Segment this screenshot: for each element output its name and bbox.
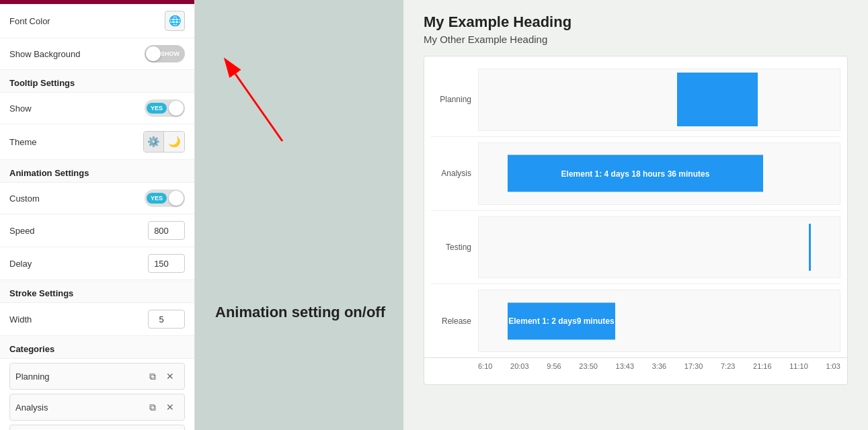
bar-analysis-label: Element 1: 4 days 18 hours 36 minutes <box>561 169 710 178</box>
annotation-text: Animation setting on/off <box>215 303 385 322</box>
stroke-width-input[interactable] <box>148 310 185 329</box>
bar-analysis[interactable]: Element 1: 4 days 18 hours 36 minutes <box>508 155 763 192</box>
annotation-arrow <box>202 54 377 202</box>
font-color-row: Font Color 🌐 <box>0 4 194 38</box>
category-planning-name: Planning <box>15 372 144 382</box>
stroke-width-label: Width <box>9 314 32 325</box>
toggle-circle <box>169 191 184 206</box>
gantt-chart: Planning Analysis Element 1: 4 days 18 h… <box>424 56 848 385</box>
stroke-settings-header: Stroke Settings <box>0 280 194 303</box>
show-background-toggle[interactable]: SHOW <box>145 45 185 62</box>
chart-row-analysis: Analysis Element 1: 4 days 18 hours 36 m… <box>431 137 840 211</box>
tooltip-show-toggle[interactable]: YES <box>145 99 185 117</box>
font-color-globe-button[interactable]: 🌐 <box>165 11 185 31</box>
row-bars-release: Element 1: 2 days9 minutes <box>478 290 840 352</box>
animation-custom-toggle[interactable]: YES <box>145 189 185 207</box>
bar-release[interactable]: Element 1: 2 days9 minutes <box>508 302 615 339</box>
row-bars-analysis: Element 1: 4 days 18 hours 36 minutes <box>478 142 840 205</box>
category-planning-item: Planning ⧉ ✕ <box>9 363 185 390</box>
tooltip-theme-label: Theme <box>9 137 36 147</box>
chart-sub-title: My Other Example Heading <box>424 34 848 45</box>
category-analysis-name: Analysis <box>15 402 144 413</box>
svg-line-1 <box>235 74 282 141</box>
animation-delay-label: Delay <box>9 259 32 269</box>
animation-settings-header: Animation Settings <box>0 160 194 183</box>
theme-dark-button[interactable]: 🌙 <box>164 132 184 152</box>
toggle-yes-label: YES <box>147 103 167 114</box>
toggle-circle <box>146 46 161 61</box>
toggle-show-label: SHOW <box>161 50 180 57</box>
animation-speed-input[interactable] <box>148 221 185 240</box>
tooltip-settings-header: Tooltip Settings <box>0 70 194 93</box>
category-analysis-copy-button[interactable]: ⧉ <box>144 398 161 416</box>
toggle-circle <box>169 101 184 116</box>
chart-row-planning: Planning <box>431 63 840 137</box>
xaxis-label: 6:10 <box>478 362 492 370</box>
bar-testing[interactable] <box>809 224 811 271</box>
animation-delay-input[interactable] <box>148 254 185 273</box>
chart-xaxis: 6:10 20:03 9:56 23:50 13:43 3:36 17:30 7… <box>424 357 847 374</box>
xaxis-label: 20:03 <box>510 362 529 370</box>
tooltip-show-row: Show YES <box>0 93 194 124</box>
category-analysis-delete-button[interactable]: ✕ <box>161 398 179 416</box>
xaxis-label: 9:56 <box>547 362 561 370</box>
row-label-testing: Testing <box>431 243 478 252</box>
xaxis-label: 1:03 <box>826 362 840 370</box>
animation-delay-row: Delay <box>0 247 194 280</box>
row-label-analysis: Analysis <box>431 169 478 178</box>
bar-planning[interactable] <box>677 73 758 126</box>
xaxis-label: 21:16 <box>753 362 772 370</box>
stroke-width-row: Width <box>0 303 194 336</box>
show-background-row: Show Background SHOW <box>0 38 194 70</box>
xaxis-label: 13:43 <box>616 362 635 370</box>
tooltip-theme-row: Theme ⚙️ 🌙 <box>0 124 194 160</box>
tooltip-show-label: Show <box>9 103 32 114</box>
category-testing-item: Testing ⧉ ✕ <box>9 425 185 430</box>
category-planning-copy-button[interactable]: ⧉ <box>144 368 161 385</box>
animation-speed-label: Speed <box>9 226 35 236</box>
bar-release-label: Element 1: 2 days9 minutes <box>508 316 614 326</box>
category-analysis-item: Analysis ⧉ ✕ <box>9 394 185 421</box>
row-label-release: Release <box>431 316 478 326</box>
categories-header: Categories <box>0 336 194 359</box>
settings-panel: Font Color 🌐 Show Background SHOW Toolti… <box>0 0 195 430</box>
theme-toggle-group: ⚙️ 🌙 <box>143 131 185 153</box>
chart-row-release: Release Element 1: 2 days9 minutes <box>431 284 840 357</box>
theme-light-button[interactable]: ⚙️ <box>144 132 164 152</box>
animation-custom-row: Custom YES <box>0 183 194 214</box>
category-planning-delete-button[interactable]: ✕ <box>161 368 179 385</box>
font-color-label: Font Color <box>9 16 50 26</box>
xaxis-label: 3:36 <box>652 362 666 370</box>
annotation-area: Animation setting on/off <box>195 0 403 430</box>
chart-row-testing: Testing <box>431 211 840 285</box>
chart-panel: My Example Heading My Other Example Head… <box>403 0 868 430</box>
xaxis-label: 11:10 <box>789 362 808 370</box>
row-bars-testing <box>478 216 840 279</box>
show-background-label: Show Background <box>9 49 81 59</box>
xaxis-label: 17:30 <box>684 362 703 370</box>
xaxis-label: 23:50 <box>579 362 598 370</box>
row-bars-planning <box>478 69 840 131</box>
animation-speed-row: Speed <box>0 214 194 247</box>
toggle-yes-label: YES <box>147 193 167 204</box>
animation-custom-label: Custom <box>9 194 40 204</box>
chart-rows: Planning Analysis Element 1: 4 days 18 h… <box>424 63 847 357</box>
xaxis-label: 7:23 <box>721 362 735 370</box>
chart-main-title: My Example Heading <box>424 13 848 31</box>
row-label-planning: Planning <box>431 95 478 104</box>
